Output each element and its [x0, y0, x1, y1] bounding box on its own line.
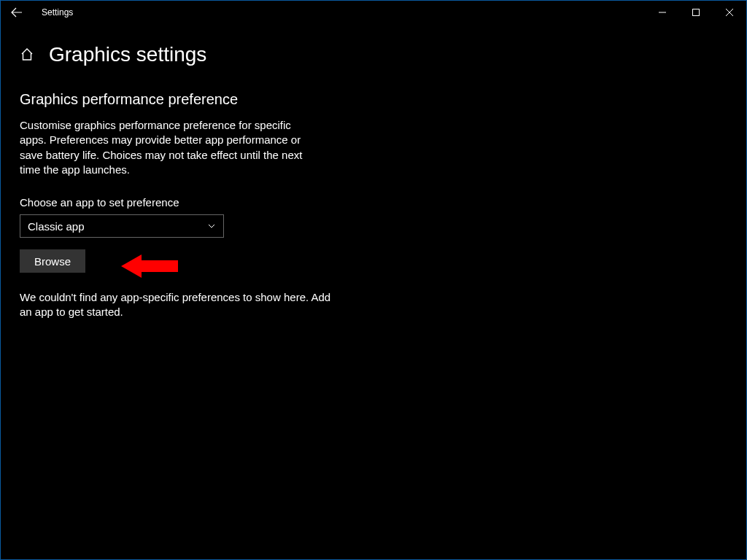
titlebar: Settings — [1, 1, 746, 24]
arrow-left-icon — [11, 7, 23, 18]
page-header: Graphics settings — [1, 24, 746, 66]
minimize-button[interactable] — [646, 1, 679, 24]
page-title: Graphics settings — [49, 43, 206, 66]
browse-button[interactable]: Browse — [20, 249, 85, 273]
home-icon — [20, 47, 34, 62]
minimize-icon — [659, 9, 666, 16]
window-controls — [646, 1, 746, 24]
home-button[interactable] — [18, 46, 36, 63]
app-type-dropdown[interactable]: Classic app — [20, 214, 224, 238]
close-button[interactable] — [713, 1, 746, 24]
chooser-label: Choose an app to set preference — [20, 196, 438, 209]
window-title: Settings — [42, 7, 73, 18]
back-button[interactable] — [5, 1, 28, 24]
settings-window: Settings — [0, 0, 747, 560]
maximize-icon — [692, 9, 700, 16]
close-icon — [726, 9, 733, 16]
section-heading: Graphics performance preference — [20, 91, 438, 108]
empty-state-message: We couldn't find any app-specific prefer… — [20, 290, 333, 320]
maximize-button[interactable] — [679, 1, 713, 24]
titlebar-left: Settings — [5, 1, 73, 24]
dropdown-selected-value: Classic app — [28, 220, 85, 233]
chevron-down-icon — [207, 222, 216, 230]
section-description: Customise graphics performance preferenc… — [20, 118, 319, 177]
svg-rect-1 — [693, 9, 700, 16]
content-area: Graphics performance preference Customis… — [1, 66, 438, 320]
